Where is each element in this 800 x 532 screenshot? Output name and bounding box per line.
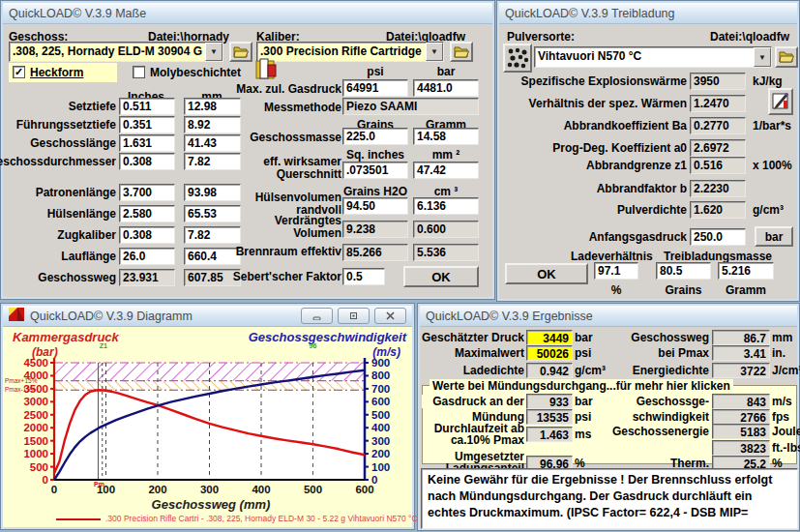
geschossweg-pmax-in-unit: in. bbox=[772, 346, 785, 360]
querschnitt-label-line2: Querschnitt bbox=[222, 168, 341, 181]
geschossenergie-joule-value: 5183 bbox=[712, 424, 770, 439]
diagramm-title: QuickLOAD© V.3.9 Diagramm bbox=[30, 310, 193, 323]
setztiefe-inches-field[interactable]: 0.511 bbox=[119, 98, 175, 115]
x-axis-title: Geschossweg (mm) bbox=[119, 497, 303, 512]
huelsenvolumen-grains-field[interactable]: 94.50 bbox=[342, 197, 408, 215]
spez-waermen-label: Verhältnis der spez. Wärmen bbox=[517, 97, 687, 110]
edit-powder-button[interactable] bbox=[768, 88, 793, 115]
messmethode-field: Piezo SAAMI bbox=[342, 98, 479, 115]
pen-edit-icon bbox=[771, 92, 790, 111]
left-tick-label: 1000 bbox=[23, 448, 48, 459]
geschossmasse-gramm-field[interactable]: 14.58 bbox=[413, 128, 479, 145]
right-tick-label: 400 bbox=[371, 422, 390, 433]
pulverdichte-field: 1.620 bbox=[690, 201, 746, 219]
powder-open-file-button[interactable] bbox=[775, 46, 798, 68]
caliber-combobox[interactable]: .300 Precision Rifle Cartridge ▼ bbox=[256, 42, 444, 62]
lauflaenge-inches-field[interactable]: 26.0 bbox=[119, 248, 175, 265]
ladedichte-value: 0.942 bbox=[526, 363, 573, 378]
pulver-file-label: Datei:\qloadfw bbox=[691, 30, 789, 44]
ladedichte-unit: g/cm³ bbox=[575, 364, 606, 377]
muendungsgeschw-label-line2: schwindigkeit bbox=[607, 410, 709, 424]
right-axis-unit: (m/s) bbox=[372, 345, 400, 359]
powder-combobox-arrow-icon[interactable]: ▼ bbox=[754, 47, 771, 67]
querschnitt-mm2-field[interactable]: 47.42 bbox=[413, 162, 479, 179]
dim-row-label: Geschosslänge bbox=[1, 136, 116, 150]
right-tick-label: 800 bbox=[371, 369, 390, 381]
right-axis-title: Geschossgeschwindigkeit bbox=[249, 330, 406, 344]
x-tick-label: 400 bbox=[252, 484, 270, 495]
abbrandkoeffizient-label: Abbrandkoeffizient Ba bbox=[517, 119, 687, 133]
muendungsdruck-psi-unit: psi bbox=[575, 410, 591, 424]
sebert-field[interactable]: 0.5 bbox=[342, 268, 385, 285]
muendungsgeschw-ms-value: 843 bbox=[712, 394, 770, 409]
geschossenergie-label: Geschossenergie bbox=[607, 425, 709, 438]
minimize-icon bbox=[312, 311, 321, 320]
querschnitt-sqin-field[interactable]: .073501 bbox=[342, 162, 408, 179]
treibladung-titlebar[interactable]: QuickLOAD© V.3.9 Treibladung bbox=[499, 3, 797, 24]
treibladung-grains-field[interactable]: 80.5 bbox=[656, 262, 711, 280]
explosionswaerme-unit: kJ/kg bbox=[753, 74, 783, 88]
ergebnisse-title: QuickLOAD© V.3.9 Ergebnisse bbox=[426, 310, 593, 323]
ergebnisse-titlebar[interactable]: QuickLOAD© V.3.9 Ergebnisse bbox=[420, 306, 797, 327]
minimize-button[interactable] bbox=[301, 308, 333, 324]
zugkaliber-inches-field[interactable]: 0.308 bbox=[119, 226, 175, 244]
huelsenvolumen-cm3-field[interactable]: 6.136 bbox=[413, 197, 479, 215]
messmethode-label: Messmethode bbox=[222, 101, 341, 114]
geschosslaenge-inches-field[interactable]: 1.631 bbox=[119, 134, 175, 152]
max-gasdruck-psi-field[interactable]: 64991 bbox=[342, 79, 408, 97]
left-tick-label: 3000 bbox=[23, 396, 48, 407]
patronenlaenge-inches-field[interactable]: 3.700 bbox=[119, 184, 175, 201]
restore-button[interactable] bbox=[338, 308, 370, 324]
max-gasdruck-label: Max. zul. Gasdruck bbox=[222, 82, 341, 96]
verdraengtes-label-line2: Volumen bbox=[222, 227, 341, 240]
masse-ok-button[interactable]: OK bbox=[403, 266, 479, 287]
durchlaufzeit-value: 1.463 bbox=[526, 427, 573, 442]
heckform-checkbox[interactable]: ✓ bbox=[13, 66, 25, 78]
powder-combobox[interactable]: Vihtavuori N570 °C ▼ bbox=[534, 46, 772, 68]
powder-icon[interactable] bbox=[503, 44, 532, 73]
bullet-open-file-button[interactable] bbox=[229, 42, 252, 62]
dim-row-label: Führungssetztiefe bbox=[1, 118, 116, 132]
anfangsgasdruck-label: Anfangsgasdruck bbox=[517, 230, 687, 244]
geschossweg-pmax-in-value: 3.41 bbox=[712, 345, 770, 361]
restore-icon bbox=[349, 311, 358, 320]
close-button[interactable] bbox=[374, 308, 406, 324]
muendungsdruck-label-line1: Gasdruck an der bbox=[422, 395, 524, 408]
x-tick-label: 200 bbox=[148, 484, 166, 495]
bullet-combobox[interactable]: .308, 225, Hornady ELD-M 30904 G ▼ bbox=[9, 42, 223, 62]
anfangsgasdruck-field[interactable]: 250.0 bbox=[690, 228, 746, 246]
treibladung-gramm-field[interactable]: 5.216 bbox=[718, 262, 774, 280]
durchlaufzeit-label-line2: ca.10% Pmax bbox=[422, 434, 524, 446]
percent-unit-label: % bbox=[594, 283, 638, 297]
energiedichte-label: Energiedichte bbox=[607, 364, 709, 377]
fuehrungssetztiefe-inches-field[interactable]: 0.351 bbox=[119, 116, 175, 133]
huelsenlaenge-inches-field[interactable]: 2.580 bbox=[119, 205, 175, 222]
bullet-combobox-arrow-icon[interactable]: ▼ bbox=[205, 43, 222, 61]
dim-row-label: Hülsenlänge bbox=[1, 207, 116, 221]
spez-waermen-field: 1.2470 bbox=[690, 95, 746, 112]
caliber-combobox-arrow-icon[interactable]: ▼ bbox=[426, 43, 443, 61]
right-tick-label: 600 bbox=[371, 396, 390, 407]
left-tick-label: 500 bbox=[30, 461, 48, 473]
diagramm-titlebar[interactable]: QuickLOAD© V.3.9 Diagramm bbox=[3, 306, 412, 327]
caliber-open-file-button[interactable] bbox=[450, 42, 473, 62]
heckform-label: Heckform bbox=[30, 66, 83, 79]
moly-checkbox[interactable] bbox=[133, 66, 145, 78]
folder-open-icon bbox=[779, 51, 794, 63]
energiedichte-unit: J/cm³ bbox=[772, 364, 800, 377]
left-tick-label: 3500 bbox=[23, 383, 48, 395]
masse-titlebar[interactable]: QuickLOAD© V.3.9 Maße bbox=[3, 3, 492, 24]
treibladung-ok-button[interactable]: OK bbox=[505, 263, 588, 284]
muendung-group-title[interactable]: Werte bei Mündungsdurchgang...für mehr h… bbox=[430, 379, 733, 393]
geschossdurchmesser-inches-field[interactable]: 0.308 bbox=[119, 153, 175, 170]
geschossmasse-grains-field[interactable]: 225.0 bbox=[342, 128, 408, 145]
x-tick-label: 500 bbox=[304, 484, 322, 495]
max-gasdruck-bar-field[interactable]: 4481.0 bbox=[413, 79, 479, 97]
pmax-psi-unit: psi bbox=[575, 346, 591, 360]
bar-unit-button[interactable]: bar bbox=[755, 226, 793, 247]
verdraengtes-grains-field: 9.238 bbox=[342, 221, 408, 238]
ladeverhaeltnis-field[interactable]: 97.1 bbox=[594, 262, 638, 280]
sebert-label: Sebert'scher Faktor bbox=[222, 270, 341, 283]
muendungsgeschw-ms-unit: m/s bbox=[772, 395, 792, 408]
gramm-unit-label: Gramm bbox=[718, 283, 774, 297]
